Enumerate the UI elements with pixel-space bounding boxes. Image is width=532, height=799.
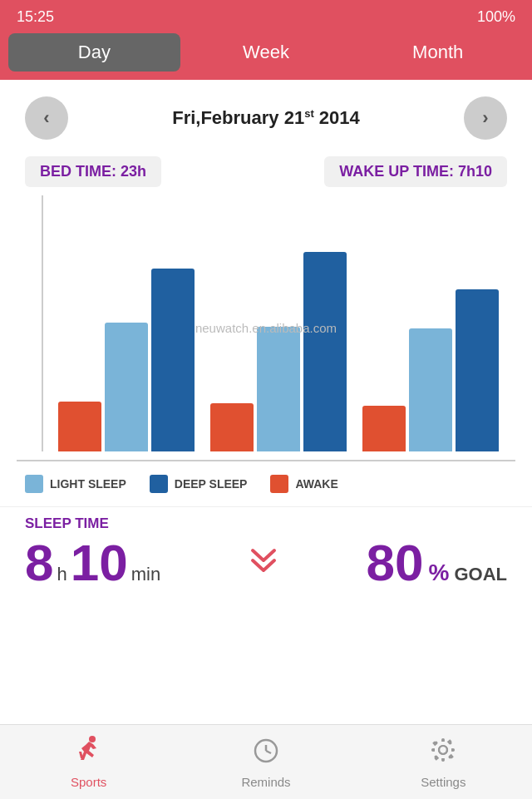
sleep-time-label: SLEEP TIME — [25, 515, 507, 532]
bar-2-2 — [456, 289, 499, 451]
bar-2-1 — [409, 328, 452, 451]
main-content: ‹ Fri,February 21st 2014 › BED TIME: 23h… — [0, 80, 532, 602]
status-battery: 100% — [477, 8, 515, 26]
nav-row: ‹ Fri,February 21st 2014 › — [0, 80, 532, 156]
nav-settings-label: Settings — [421, 775, 466, 789]
tab-week[interactable]: Week — [180, 33, 352, 72]
goal-percent: 80 — [367, 537, 424, 589]
bar-2-0 — [362, 406, 406, 451]
bar-1-0 — [210, 403, 254, 451]
svg-line-3 — [266, 751, 271, 753]
nav-sports[interactable]: Sports — [0, 725, 177, 799]
bar-0-2 — [151, 269, 195, 451]
sleep-hours: 8 — [25, 537, 53, 589]
sleep-minutes-unit: min — [131, 564, 160, 585]
bar-0-1 — [105, 323, 148, 451]
legend-awake: AWAKE — [270, 475, 337, 493]
svg-point-11 — [449, 756, 452, 759]
bed-time-label: BED TIME: — [40, 163, 121, 180]
bars-container — [17, 195, 515, 451]
legend-label-deep: DEEP SLEEP — [175, 477, 248, 491]
bottom-nav: Sports Reminds — [0, 724, 532, 799]
tab-month[interactable]: Month — [352, 33, 524, 72]
chart-area: neuwatch.en.alibaba.com — [17, 195, 515, 461]
nav-settings[interactable]: Settings — [355, 725, 532, 799]
bar-1-2 — [303, 252, 347, 451]
svg-point-13 — [435, 756, 438, 759]
legend-deep-sleep: DEEP SLEEP — [150, 475, 248, 493]
bar-group-0 — [58, 269, 195, 451]
goal-label: GOAL — [454, 564, 507, 585]
svg-point-6 — [441, 738, 445, 742]
svg-point-8 — [431, 748, 435, 752]
sleep-minutes: 10 — [71, 537, 128, 589]
clock-icon — [251, 735, 281, 772]
bar-1-1 — [257, 327, 300, 451]
bed-time-card: BED TIME: 23h — [25, 156, 161, 187]
bar-group-1 — [210, 252, 347, 451]
sleep-stats: SLEEP TIME 8 h 10 min 80 % GOAL — [0, 506, 532, 602]
legend-row: LIGHT SLEEP DEEP SLEEP AWAKE — [0, 461, 532, 506]
nav-date: Fri,February 21st 2014 — [172, 107, 360, 129]
tab-bar: Day Week Month — [0, 33, 532, 80]
wake-time-value: 7h10 — [458, 163, 492, 180]
svg-point-5 — [439, 746, 447, 754]
sleep-time-left: 8 h 10 min — [25, 537, 160, 589]
goal-pct-sign: % — [429, 560, 450, 586]
sleep-info-row: BED TIME: 23h WAKE UP TIME: 7h10 — [0, 156, 532, 187]
wake-time-card: WAKE UP TIME: 7h10 — [324, 156, 507, 187]
bar-group-2 — [362, 289, 499, 451]
legend-color-deep — [150, 475, 168, 493]
sleep-time-row: 8 h 10 min 80 % GOAL — [25, 537, 507, 589]
svg-point-7 — [441, 758, 445, 762]
sleep-hours-unit: h — [57, 564, 66, 585]
svg-point-0 — [89, 736, 96, 742]
svg-point-9 — [451, 748, 455, 752]
sleep-chevron — [248, 545, 279, 581]
legend-color-light — [25, 475, 43, 493]
status-bar: 15:25 100% — [0, 0, 532, 33]
legend-color-awake — [270, 475, 288, 493]
svg-point-12 — [449, 742, 452, 745]
nav-reminds[interactable]: Reminds — [177, 725, 354, 799]
nav-reminds-label: Reminds — [241, 775, 290, 789]
bar-0-0 — [58, 402, 101, 451]
legend-label-awake: AWAKE — [295, 477, 337, 491]
status-time: 15:25 — [17, 8, 54, 26]
runner-icon — [74, 735, 104, 772]
svg-point-10 — [435, 742, 438, 745]
next-button[interactable]: › — [464, 96, 507, 140]
legend-light-sleep: LIGHT SLEEP — [25, 475, 126, 493]
prev-button[interactable]: ‹ — [25, 96, 68, 140]
sleep-goal-right: 80 % GOAL — [367, 537, 507, 589]
wake-time-label: WAKE UP TIME: — [339, 163, 458, 180]
bed-time-value: 23h — [121, 163, 146, 180]
nav-sports-label: Sports — [71, 775, 106, 789]
gear-icon — [428, 735, 458, 772]
tab-day[interactable]: Day — [8, 33, 180, 72]
legend-label-light: LIGHT SLEEP — [50, 477, 126, 491]
